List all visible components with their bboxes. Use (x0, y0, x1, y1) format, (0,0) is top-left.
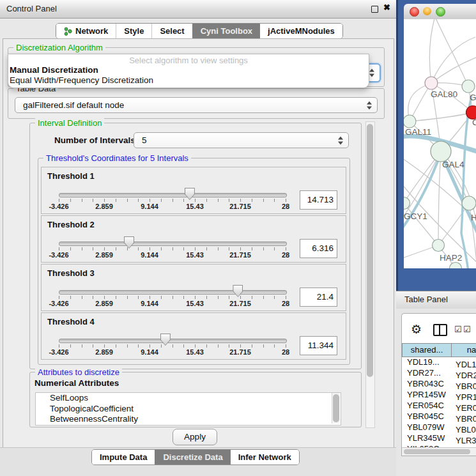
select-columns-icon[interactable]: ☑ (454, 325, 462, 334)
slider-tick (82, 247, 82, 250)
threshold-value-field[interactable]: 6.316 (300, 239, 337, 258)
slider-tick (206, 199, 207, 202)
tab-select[interactable]: Select (151, 24, 192, 38)
list-scrollbar[interactable] (332, 393, 340, 424)
bottom-tab-discretize-data[interactable]: Discretize Data (155, 450, 230, 464)
cell-shared-name: YER054C (402, 400, 452, 411)
slider-tick (138, 344, 139, 348)
slider-tick (59, 344, 59, 348)
threshold-slider-handle[interactable] (124, 236, 134, 249)
group-title: Attributes to discretize (35, 367, 122, 377)
node-table-panel: ⚙ ☑ ☑ shared... na YDL19...YDL1YDR27...Y… (401, 313, 476, 456)
column-header-shared-name[interactable]: shared... (402, 343, 452, 357)
tab-label: Network (75, 24, 108, 38)
slider-tick (252, 296, 252, 299)
combobox-value: 5 (142, 133, 147, 148)
slider-tick (286, 199, 286, 202)
threshold-slider-handle[interactable] (160, 334, 171, 346)
attribute-list-item[interactable]: BetweennessCentrality (36, 414, 341, 425)
algorithm-option[interactable]: Equal Width/Frequency Discretization (10, 75, 153, 85)
column-header-name[interactable]: na (451, 343, 476, 357)
network-node[interactable] (462, 80, 475, 93)
network-node[interactable] (433, 240, 445, 252)
slider-tick (240, 199, 241, 202)
table-row[interactable]: YDL19...YDL1 (402, 357, 476, 367)
table-row[interactable]: YER054CYER0 (402, 400, 476, 411)
close-icon[interactable]: ✖ (383, 3, 390, 12)
scrollbar-thumb[interactable] (404, 449, 470, 454)
table-row[interactable]: YBL079WYBL0 (402, 422, 476, 433)
threshold-slider-handle[interactable] (185, 188, 195, 200)
gear-icon[interactable]: ⚙ (411, 322, 422, 337)
threshold-row: Threshold 2-3.4262.8599.14415.4321.71528… (41, 215, 346, 263)
cell-shared-name: YBL079W (402, 422, 452, 433)
slider-tick (263, 296, 264, 299)
network-node[interactable] (431, 141, 451, 162)
table-hscrollbar[interactable] (402, 447, 476, 456)
threshold-slider-track[interactable] (59, 193, 287, 197)
table-row[interactable]: YPR145WYPR1 (402, 389, 476, 400)
control-panel-titlebar: Control Panel ✖ (0, 0, 396, 19)
network-node[interactable] (462, 196, 476, 210)
table-row[interactable]: YDR27...YDR2 (402, 367, 476, 378)
slider-tick (274, 247, 275, 250)
bottom-tab-infer-network[interactable]: Infer Network (231, 450, 299, 464)
slider-tick (127, 344, 128, 348)
threshold-value-field[interactable]: 21.4 (300, 288, 337, 307)
threshold-slider-track[interactable] (59, 290, 287, 295)
cell-shared-name: YLR345W (402, 433, 452, 443)
slider-tick (104, 247, 105, 250)
table-row[interactable]: YLR345WYLR3 (402, 433, 476, 443)
select-rows-icon[interactable]: ☑ (463, 325, 471, 334)
network-window-titlebar[interactable] (404, 4, 476, 20)
minimize-traffic-light[interactable] (423, 7, 431, 15)
attribute-list-item[interactable]: SelfLoops (36, 393, 341, 404)
network-node[interactable] (425, 77, 438, 89)
float-window-icon[interactable] (371, 6, 378, 13)
tab-jactivemnodules[interactable]: jActiveMNodules (260, 24, 342, 38)
attribute-list-item[interactable]: TopologicalCoefficient (36, 404, 341, 415)
slider-tick (206, 344, 207, 348)
threshold-slider-handle[interactable] (233, 285, 243, 297)
slider-tick (286, 344, 286, 348)
group-title: Threshold's Coordinates for 5 Intervals (43, 153, 191, 163)
tab-network[interactable]: Network (56, 24, 116, 38)
slider-tick (116, 296, 116, 299)
network-node[interactable] (404, 115, 416, 128)
threshold-value-field[interactable]: 14.713 (300, 190, 337, 210)
scrollbar-thumb[interactable] (367, 124, 373, 377)
scrollbar-thumb[interactable] (333, 394, 339, 422)
threshold-slider-track[interactable] (59, 242, 287, 246)
slider-tick (161, 199, 162, 202)
bottom-tab-impute-data[interactable]: Impute Data (92, 450, 155, 464)
close-traffic-light[interactable] (410, 7, 419, 17)
slider-tick-label: -3.426 (49, 251, 68, 259)
tab-style[interactable]: Style (116, 24, 151, 38)
slider-tick (173, 344, 173, 348)
slider-tick-label: 2.859 (95, 203, 113, 210)
table-row[interactable]: YBR045CYBR0 (402, 411, 476, 422)
slider-tick-label: 15.43 (186, 348, 204, 356)
threshold-value-field[interactable]: 11.344 (300, 336, 337, 355)
slider-tick-label: -3.426 (49, 203, 68, 210)
slider-tick (218, 344, 219, 348)
split-columns-icon[interactable] (433, 324, 447, 336)
table-row[interactable]: YBR043CYBR0 (402, 378, 476, 389)
network-node[interactable] (450, 263, 462, 269)
combobox-value: galFiltered.sif default node (23, 98, 124, 112)
slider-tick (206, 247, 207, 250)
slider-tick-label: 2.859 (95, 300, 113, 307)
cell-shared-name: YDL19... (402, 357, 452, 367)
table-data-combobox[interactable]: galFiltered.sif default node (15, 97, 378, 113)
algorithm-option[interactable]: Manual Discretization (10, 65, 98, 75)
tab-cyni-toolbox[interactable]: Cyni Toolbox (192, 24, 260, 38)
apply-button[interactable]: Apply (173, 429, 217, 445)
numerical-attributes-list[interactable]: SelfLoopsTopologicalCoefficientBetweenne… (35, 392, 341, 426)
slider-tick (195, 199, 196, 202)
network-view-canvas[interactable]: GAL80GACGAL11GAL4GCY1HHAP2 (404, 19, 476, 268)
threshold-slider-track[interactable] (59, 339, 287, 343)
slider-tick-label: 15.43 (186, 251, 204, 259)
num-intervals-combobox[interactable]: 5 (134, 132, 349, 148)
zoom-traffic-light[interactable] (436, 7, 445, 17)
settings-scrollbar[interactable] (365, 121, 375, 428)
